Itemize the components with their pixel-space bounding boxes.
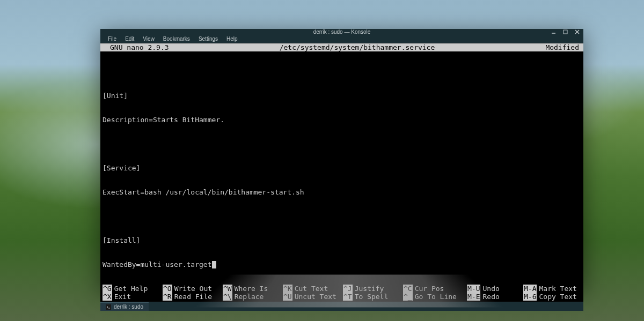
nano-status: Modified (545, 43, 581, 51)
shortcut-copy-text[interactable]: M-6Copy Text (523, 293, 577, 301)
editor-line (103, 68, 581, 76)
shortcut-justify[interactable]: ^JJustify (343, 285, 403, 293)
shortcut-mark-text[interactable]: M-AMark Text (523, 285, 577, 293)
shortcut-replace[interactable]: ^\Replace (223, 293, 283, 301)
nano-version: GNU nano 2.9.3 (103, 43, 169, 51)
shortcut-uncut-text[interactable]: ^UUncut Text (283, 293, 343, 301)
menu-help[interactable]: Help (223, 35, 241, 43)
window-title: derrik : sudo — Konsole (313, 29, 371, 35)
close-button[interactable] (574, 29, 580, 35)
menu-file[interactable]: File (105, 35, 120, 43)
shortcut-undo[interactable]: M-UUndo (467, 285, 523, 293)
shortcut-redo[interactable]: M-ERedo (467, 293, 523, 301)
terminal-tab[interactable]: derrik : sudo (100, 302, 149, 311)
shortcut-read-file[interactable]: ^RRead File (163, 293, 223, 301)
menu-bookmarks[interactable]: Bookmarks (160, 35, 193, 43)
konsole-window: derrik : sudo — Konsole File Edit View B… (100, 29, 583, 290)
terminal[interactable]: GNU nano 2.9.3 /etc/systemd/system/bitha… (100, 43, 583, 302)
shortcut-go-to-line[interactable]: ^_Go To Line (403, 293, 467, 301)
terminal-icon (106, 304, 111, 310)
editor-line: [Unit] (103, 92, 581, 100)
editor-line: WantedBy=multi-user.target (103, 260, 581, 268)
shortcut-get-help[interactable]: ^GGet Help (103, 285, 163, 293)
nano-editor-body[interactable]: [Unit] Description=Starts BitHammer. [Se… (100, 51, 583, 285)
editor-line: [Install] (103, 236, 581, 244)
svg-rect-4 (106, 304, 111, 310)
menu-view[interactable]: View (140, 35, 158, 43)
editor-line: Description=Starts BitHammer. (103, 116, 581, 124)
shortcut-to-spell[interactable]: ^TTo Spell (343, 293, 403, 301)
close-icon (575, 29, 580, 34)
shortcut-where-is[interactable]: ^WWhere Is (223, 285, 283, 293)
minimize-button[interactable] (550, 29, 557, 35)
maximize-icon (563, 29, 568, 34)
nano-filename: /etc/systemd/system/bithammer.service (169, 43, 546, 51)
svg-rect-1 (564, 30, 567, 34)
nano-shortcut-bar: ^GGet Help ^OWrite Out ^WWhere Is ^KCut … (100, 285, 583, 302)
menu-edit[interactable]: Edit (122, 35, 137, 43)
shortcut-cut-text[interactable]: ^KCut Text (283, 285, 343, 293)
titlebar-controls (550, 29, 580, 35)
maximize-button[interactable] (562, 29, 568, 35)
editor-line: ExecStart=bash /usr/local/bin/bithammer-… (103, 188, 581, 196)
titlebar[interactable]: derrik : sudo — Konsole (100, 29, 583, 35)
editor-line: [Service] (103, 164, 581, 172)
editor-line (103, 140, 581, 148)
menu-settings[interactable]: Settings (195, 35, 221, 43)
shortcut-row: ^GGet Help ^OWrite Out ^WWhere Is ^KCut … (103, 285, 581, 293)
text-cursor (212, 261, 216, 268)
editor-line (103, 212, 581, 220)
tab-strip: derrik : sudo (100, 302, 583, 311)
tab-label: derrik : sudo (114, 304, 143, 310)
shortcut-write-out[interactable]: ^OWrite Out (163, 285, 223, 293)
nano-header: GNU nano 2.9.3 /etc/systemd/system/bitha… (100, 43, 583, 51)
shortcut-cur-pos[interactable]: ^CCur Pos (403, 285, 467, 293)
shortcut-exit[interactable]: ^XExit (103, 293, 163, 301)
minimize-icon (551, 29, 556, 34)
menubar: File Edit View Bookmarks Settings Help (100, 35, 583, 43)
shortcut-row: ^XExit ^RRead File ^\Replace ^UUncut Tex… (103, 293, 581, 301)
